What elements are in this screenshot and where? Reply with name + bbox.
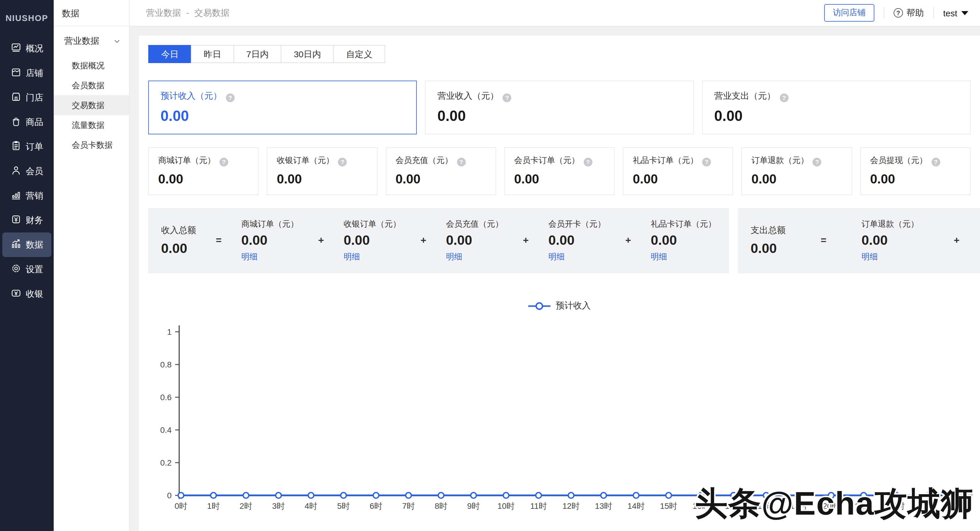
card-value: 0.00 <box>277 172 368 187</box>
orders-icon <box>11 140 22 153</box>
secondary-sidebar: 数据 营业数据 数据概况 会员数据 交易数据 流量数据 会员卡数据 <box>54 0 130 531</box>
sidebar-item-cashier[interactable]: 收银 <box>2 282 51 306</box>
question-icon[interactable]: ? <box>780 94 788 102</box>
sidebar-item-members[interactable]: 会员 <box>2 159 51 183</box>
menu-item-member-card-data[interactable]: 会员卡数据 <box>54 135 129 155</box>
card-mall-orders[interactable]: 商城订单（元）? 0.00 <box>148 147 259 195</box>
formula-strips: 收入总额 0.00 = 商城订单（元） 0.00 明细 + 收银订单（元） 0. <box>148 208 970 273</box>
question-icon[interactable]: ? <box>220 158 228 166</box>
data-icon <box>11 238 22 252</box>
sidebar-item-finance[interactable]: 财务 <box>2 208 51 233</box>
term-label: 会员充值（元） <box>446 219 503 230</box>
svg-text:0.6: 0.6 <box>160 393 172 402</box>
sidebar-item-label: 商品 <box>26 116 43 128</box>
help-button[interactable]: ? 帮助 <box>894 7 924 18</box>
menu-item-transaction-data[interactable]: 交易数据 <box>54 95 129 115</box>
sidebar-item-overview[interactable]: 概况 <box>2 36 51 61</box>
svg-text:9时: 9时 <box>467 502 480 510</box>
detail-link[interactable]: 明细 <box>446 252 503 262</box>
question-icon[interactable]: ? <box>457 158 466 166</box>
tab-custom[interactable]: 自定义 <box>333 45 385 63</box>
help-label: 帮助 <box>907 7 924 18</box>
menu-item-member-data[interactable]: 会员数据 <box>54 75 129 95</box>
income-term-member-card-open: 会员开卡（元） 0.00 明细 <box>548 219 606 262</box>
sidebar-item-shop[interactable]: 店铺 <box>2 61 51 85</box>
svg-text:11时: 11时 <box>530 502 547 510</box>
question-icon[interactable]: ? <box>702 158 711 166</box>
cashier-icon <box>11 287 22 301</box>
card-member-card-orders[interactable]: 会员卡订单（元）? 0.00 <box>504 147 615 195</box>
expense-total-strip: 支出总额 0.00 = 订单退款（元） 0.00 明细 + 会员提现（元） 0. <box>738 208 980 273</box>
card-label: 会员卡订单（元） <box>514 155 580 165</box>
menu-group-business-data[interactable]: 营业数据 <box>54 26 129 56</box>
question-icon[interactable]: ? <box>338 158 347 166</box>
plus-sign: + <box>521 235 531 247</box>
menu-item-traffic-data[interactable]: 流量数据 <box>54 115 129 135</box>
date-range-tabs: 今日 昨日 7日内 30日内 自定义 <box>148 45 970 63</box>
shop-icon <box>11 66 22 80</box>
header-divider <box>884 7 884 19</box>
card-value: 0.00 <box>514 172 605 187</box>
tab-7days[interactable]: 7日内 <box>234 45 282 63</box>
question-icon[interactable]: ? <box>584 158 592 166</box>
svg-text:0.2: 0.2 <box>160 458 172 467</box>
card-label: 会员充值（元） <box>395 155 453 165</box>
menu-item-data-overview[interactable]: 数据概况 <box>54 56 129 75</box>
sidebar-item-goods[interactable]: 商品 <box>2 110 51 134</box>
income-term-gift-card-orders: 礼品卡订单（元） 0.00 明细 <box>651 219 716 262</box>
card-order-refunds[interactable]: 订单退款（元）? 0.00 <box>741 147 852 195</box>
term-label: 订单退款（元） <box>862 219 919 230</box>
sidebar-item-data[interactable]: 数据 <box>2 233 51 257</box>
visit-shop-button[interactable]: 访问店铺 <box>824 4 874 22</box>
sidebar-item-settings[interactable]: 设置 <box>2 257 51 282</box>
plus-sign: + <box>951 235 962 247</box>
card-business-income[interactable]: 营业收入（元）? 0.00 <box>425 81 694 134</box>
tab-today[interactable]: 今日 <box>148 45 191 63</box>
card-member-withdrawal[interactable]: 会员提现（元）? 0.00 <box>860 147 970 195</box>
card-member-recharge[interactable]: 会员充值（元）? 0.00 <box>385 147 496 195</box>
finance-icon <box>11 214 22 227</box>
detail-link[interactable]: 明细 <box>651 252 716 262</box>
sidebar-item-label: 数据 <box>26 239 43 250</box>
user-name: test <box>943 8 957 18</box>
question-icon[interactable]: ? <box>226 94 235 102</box>
breadcrumb-separator: - <box>186 7 189 18</box>
user-menu[interactable]: test <box>943 8 968 18</box>
settings-icon <box>11 263 22 276</box>
card-business-expense[interactable]: 营业支出（元）? 0.00 <box>702 81 970 134</box>
card-cashier-orders[interactable]: 收银订单（元）? 0.00 <box>267 147 378 195</box>
sidebar-item-storefront[interactable]: 门店 <box>2 85 51 110</box>
card-gift-card-orders[interactable]: 礼品卡订单（元）? 0.00 <box>623 147 733 195</box>
chart-legend[interactable]: 预计收入 <box>148 300 970 311</box>
tab-30days[interactable]: 30日内 <box>281 45 334 63</box>
stat-card-row: 商城订单（元）? 0.00 收银订单（元）? 0.00 会员充值（元）? 0.0… <box>148 147 970 195</box>
sidebar-item-orders[interactable]: 订单 <box>2 134 51 159</box>
main-area: 营业数据 - 交易数据 访问店铺 ? 帮助 test <box>130 0 980 531</box>
card-value: 0.00 <box>395 172 486 187</box>
question-icon[interactable]: ? <box>813 158 821 166</box>
question-icon[interactable]: ? <box>503 94 512 102</box>
detail-link[interactable]: 明细 <box>862 252 919 262</box>
question-icon[interactable]: ? <box>931 158 940 166</box>
sidebar-item-label: 营销 <box>26 190 43 201</box>
card-value: 0.00 <box>751 172 842 187</box>
equals-sign: = <box>213 235 224 247</box>
card-estimated-income[interactable]: 预计收入（元）? 0.00 <box>148 81 417 134</box>
detail-link[interactable]: 明细 <box>344 252 401 262</box>
tab-yesterday[interactable]: 昨日 <box>191 45 234 63</box>
legend-line-marker-icon <box>528 302 550 310</box>
detail-link[interactable]: 明细 <box>241 252 299 262</box>
svg-text:7时: 7时 <box>402 502 415 510</box>
card-label: 礼品卡订单（元） <box>633 155 698 165</box>
sidebar-item-label: 门店 <box>26 92 43 103</box>
svg-text:12时: 12时 <box>562 502 580 510</box>
term-value: 0.00 <box>862 233 919 248</box>
card-label: 商城订单（元） <box>158 155 215 165</box>
term-value: 0.00 <box>651 233 716 248</box>
marketing-icon <box>11 189 22 203</box>
svg-text:0时: 0时 <box>175 502 187 510</box>
sidebar-item-marketing[interactable]: 营销 <box>2 183 51 208</box>
breadcrumb: 营业数据 - 交易数据 <box>146 7 229 18</box>
detail-link[interactable]: 明细 <box>548 252 606 262</box>
content-area: 今日 昨日 7日内 30日内 自定义 预计收入（元）? 0.00 营业收入（元）… <box>130 26 980 531</box>
